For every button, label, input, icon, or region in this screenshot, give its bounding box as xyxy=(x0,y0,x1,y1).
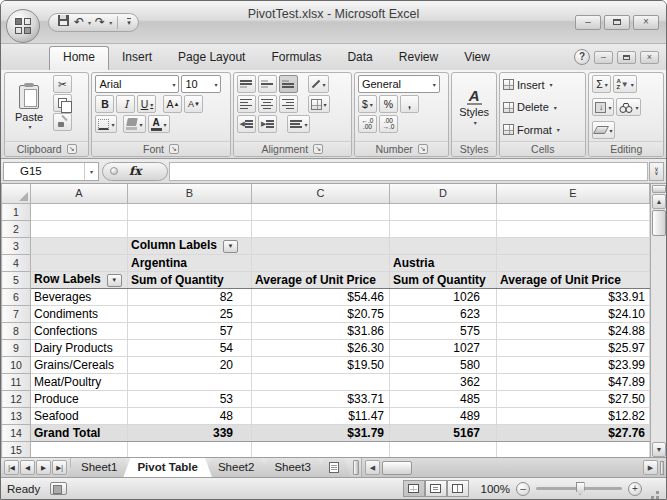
cell-D2[interactable] xyxy=(390,220,497,237)
cell-B1[interactable] xyxy=(128,203,252,220)
cell-C8[interactable]: $31.86 xyxy=(252,322,390,339)
cell-A4[interactable] xyxy=(31,254,128,271)
sheet-tab-sheet1[interactable]: Sheet1 xyxy=(67,458,131,477)
cell-C5[interactable]: Average of Unit Price xyxy=(252,271,390,288)
format-painter-button[interactable] xyxy=(53,113,72,131)
cell-C4[interactable] xyxy=(252,254,390,271)
find-select-button[interactable]: ▾ xyxy=(616,98,641,116)
cell-E9[interactable]: $25.97 xyxy=(497,339,650,356)
tab-data[interactable]: Data xyxy=(334,46,385,70)
cell-E14[interactable]: $27.76 xyxy=(497,424,650,441)
accounting-dropdown[interactable]: ▾ xyxy=(370,101,373,108)
styles-button[interactable]: A Styles ▾ xyxy=(455,75,493,139)
cell-C7[interactable]: $20.75 xyxy=(252,305,390,322)
expand-formula-bar-button[interactable]: ∨∨ xyxy=(649,162,664,181)
redo-button[interactable]: ↷ xyxy=(93,14,107,31)
close-button[interactable]: × xyxy=(633,15,659,30)
cell-E7[interactable]: $24.10 xyxy=(497,305,650,322)
normal-view-button[interactable] xyxy=(403,480,425,497)
insert-cells-dropdown[interactable]: ▾ xyxy=(550,81,553,88)
cell-A11[interactable]: Meat/Poultry xyxy=(31,373,128,390)
cell-B4[interactable]: Argentina xyxy=(128,254,252,271)
cell-D10[interactable]: 580 xyxy=(390,356,497,373)
percent-style-button[interactable]: % xyxy=(379,95,398,113)
font-dialog-launcher[interactable]: ↘ xyxy=(169,144,179,154)
cell-D12[interactable]: 485 xyxy=(390,390,497,407)
cell-D7[interactable]: 623 xyxy=(390,305,497,322)
cell-A1[interactable] xyxy=(31,203,128,220)
zoom-slider[interactable] xyxy=(536,487,622,490)
cut-button[interactable]: ✂ xyxy=(53,75,72,93)
row-header-6[interactable]: 6 xyxy=(2,288,31,305)
minimize-button[interactable]: – xyxy=(575,15,601,30)
previous-sheet-button[interactable]: ◀ xyxy=(20,460,35,475)
align-left-button[interactable] xyxy=(237,95,256,113)
zoom-level[interactable]: 100% xyxy=(481,483,510,495)
middle-align-button[interactable] xyxy=(258,75,277,93)
cell-A13[interactable]: Seafood xyxy=(31,407,128,424)
cell-B6[interactable]: 82 xyxy=(128,288,252,305)
comma-style-button[interactable]: , xyxy=(400,95,419,113)
italic-button[interactable]: I xyxy=(116,95,135,113)
tab-view[interactable]: View xyxy=(451,46,503,70)
cell-D9[interactable]: 1027 xyxy=(390,339,497,356)
cell-E8[interactable]: $24.88 xyxy=(497,322,650,339)
cell-E3[interactable] xyxy=(497,237,650,254)
autosum-dropdown[interactable]: ▾ xyxy=(605,81,608,88)
number-format-select[interactable]: General▾ xyxy=(358,75,440,93)
filter-dropdown-button[interactable]: ▼ xyxy=(223,240,238,253)
merge-center-button[interactable]: ▾ xyxy=(308,95,330,113)
horizontal-scrollbar[interactable]: ◀ ▶ xyxy=(361,458,666,477)
font-name-select[interactable]: Arial▾ xyxy=(95,75,179,93)
cell-A12[interactable]: Produce xyxy=(31,390,128,407)
fill-button[interactable]: ↓▾ xyxy=(592,98,614,116)
delete-cells-dropdown[interactable]: ▾ xyxy=(554,104,557,111)
fill-color-dropdown[interactable]: ▾ xyxy=(139,121,142,128)
cell-A15[interactable] xyxy=(31,441,128,457)
find-select-dropdown[interactable]: ▾ xyxy=(635,104,638,111)
row-header-3[interactable]: 3 xyxy=(2,237,31,254)
copy-button[interactable] xyxy=(53,94,72,112)
decrease-decimal-button[interactable]: .00→.0 xyxy=(379,115,398,133)
borders-button[interactable]: ▾ xyxy=(95,115,117,133)
office-button[interactable] xyxy=(6,9,40,43)
increase-indent-button[interactable]: ▶ xyxy=(258,115,277,133)
scroll-left-button[interactable]: ◀ xyxy=(365,460,380,475)
autosum-button[interactable]: Σ▾ xyxy=(592,75,611,93)
clear-dropdown[interactable]: ▾ xyxy=(609,127,612,134)
zoom-in-button[interactable]: + xyxy=(628,482,642,496)
row-header-14[interactable]: 14 xyxy=(2,424,31,441)
tab-review[interactable]: Review xyxy=(386,46,451,70)
redo-dropdown[interactable]: ▾ xyxy=(108,19,113,26)
column-header-D[interactable]: D xyxy=(390,184,497,203)
cell-C14[interactable]: $31.79 xyxy=(252,424,390,441)
tab-home[interactable]: Home xyxy=(49,46,109,70)
next-sheet-button[interactable]: ▶ xyxy=(36,460,51,475)
undo-dropdown[interactable]: ▾ xyxy=(87,19,92,26)
borders-dropdown[interactable]: ▾ xyxy=(111,121,114,128)
align-center-button[interactable] xyxy=(258,95,277,113)
cell-C9[interactable]: $26.30 xyxy=(252,339,390,356)
row-header-5[interactable]: 5 xyxy=(2,271,31,288)
horizontal-scroll-thumb[interactable] xyxy=(382,461,412,475)
delete-cells-button[interactable]: Delete▾ xyxy=(503,98,582,117)
cell-B9[interactable]: 54 xyxy=(128,339,252,356)
cell-E11[interactable]: $47.89 xyxy=(497,373,650,390)
cell-D1[interactable] xyxy=(390,203,497,220)
top-align-button[interactable] xyxy=(237,75,256,93)
page-break-view-button[interactable] xyxy=(447,480,469,497)
cell-A8[interactable]: Confections xyxy=(31,322,128,339)
cell-B15[interactable] xyxy=(128,441,252,457)
split-box[interactable] xyxy=(652,185,666,193)
workbook-minimize-button[interactable]: – xyxy=(594,51,613,64)
cell-E15[interactable] xyxy=(497,441,650,457)
cell-E12[interactable]: $27.50 xyxy=(497,390,650,407)
orientation-dropdown[interactable]: ▾ xyxy=(323,81,326,88)
cell-B2[interactable] xyxy=(128,220,252,237)
name-box[interactable]: G15▾ xyxy=(3,162,99,181)
resize-grip[interactable] xyxy=(648,483,660,495)
macro-record-button[interactable] xyxy=(50,482,67,495)
workbook-close-button[interactable]: × xyxy=(640,51,659,64)
sheet-tab-pivot-table[interactable]: Pivot Table xyxy=(123,458,212,477)
tab-page-layout[interactable]: Page Layout xyxy=(165,46,258,70)
